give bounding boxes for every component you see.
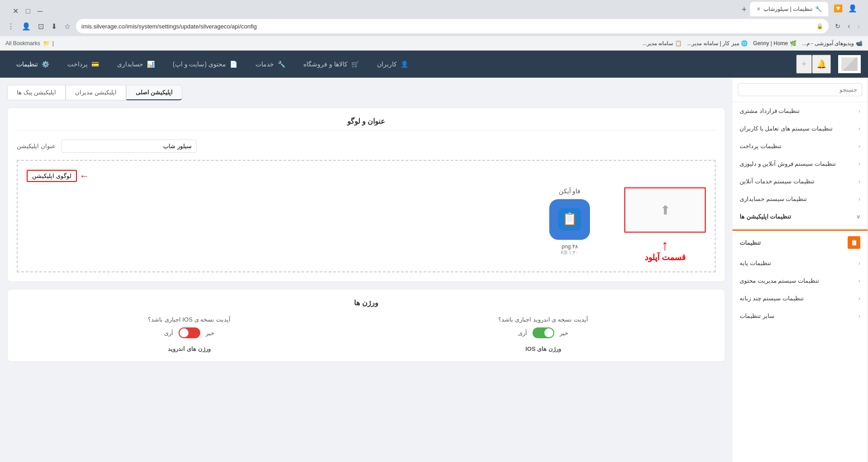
nav-bell-icon[interactable]: 🔔 <box>812 55 831 74</box>
bookmark-2-icon: 🌿 <box>790 40 797 47</box>
bookmark-1-label: ویدیوهای آموزشی - م... <box>802 40 854 47</box>
sidebar-item-online-sales-label: تنظیمات سیستم فروش آنلاین و دلیوری <box>740 160 836 167</box>
ios-version-group: آپدیت نسخه ی IOS اجباری باشد؟ خیر آری <box>17 316 362 338</box>
ios-toggle-row: خیر آری <box>17 327 362 338</box>
bookmark-3-icon: 🌐 <box>741 40 748 47</box>
ios-question: آپدیت نسخه ی IOS اجباری باشد؟ <box>17 316 362 323</box>
bookmark-4-icon: 📋 <box>675 40 682 47</box>
bookmark-star-icon[interactable]: ☆ <box>62 21 72 32</box>
sidebar-settings-header: 📋 تنظیمات <box>732 231 868 254</box>
sidebar-item-other-settings[interactable]: ‹ سایر تنظیمات <box>732 307 868 325</box>
tab-manager-app[interactable]: اپلیکیشن مدیران <box>66 85 126 100</box>
sidebar-item-multilang-label: تنظیمات سیستم چند زبانه <box>740 295 804 302</box>
android-toggle[interactable] <box>533 327 554 338</box>
nav-logo[interactable] <box>838 55 861 73</box>
app-title-label: عنوان اپلیکیشن <box>17 143 56 149</box>
accounting-icon: 📊 <box>147 61 155 68</box>
user-profile-icon[interactable]: 👤 <box>20 21 33 32</box>
nav-compass-icon[interactable]: ✦ <box>796 55 812 74</box>
android-question: آپدیت نسخه ی اندروید اجباری باشد؟ <box>371 316 716 323</box>
sidebar-section-main: ‹ تنظیمات قرارداد مشتری ‹ تنظیمات سیستم … <box>732 102 868 226</box>
ios-no-label: خیر <box>206 330 214 336</box>
sidebar-item-contracts[interactable]: ‹ تنظیمات قرارداد مشتری <box>732 102 868 120</box>
versions-grid: آپدیت نسخه ی اندروید اجباری باشد؟ خیر آر… <box>17 316 716 338</box>
sidebar-item-interactions-label: تنظیمات سیستم های تعامل با کاربران <box>740 125 833 132</box>
recent-tabs-icon[interactable]: 🔽 <box>832 3 844 14</box>
upload-icon: ⬆ <box>660 203 670 218</box>
content-icon: 📄 <box>230 61 237 68</box>
sidebar-item-accounting[interactable]: ‹ تنظیمات سیستم حسابداری <box>732 190 868 208</box>
app-title-input[interactable] <box>61 140 197 153</box>
nav-item-accounting-label: حسابداری <box>117 61 143 68</box>
sidebar-toggle-icon[interactable]: ⊡ <box>36 21 46 32</box>
nav-item-shop-label: کالاها و فروشگاه <box>303 61 348 68</box>
bookmark-3[interactable]: 🌐 میز کار | سامانه مدیر... <box>687 40 747 47</box>
nav-item-settings-label: تنظیمات <box>16 61 38 68</box>
favicon-filename: png.۴۸ <box>549 243 590 250</box>
back-btn[interactable]: ‹ <box>855 21 863 31</box>
tab-close-btn[interactable]: ✕ <box>756 6 761 12</box>
chevron-icon: ‹ <box>859 143 860 149</box>
logo-upload-box[interactable]: ⬆ <box>624 187 706 233</box>
versions-subheader: ورژن های IOS ورژن های اندروید <box>17 345 716 352</box>
nav-item-content[interactable]: 📄 محتوی (سایت و اپ) <box>164 51 246 78</box>
logo-label-box: لوگوی اپلیکیشن <box>27 170 77 182</box>
sidebar-item-content-mgmt[interactable]: ‹ تنظیمات سیستم مدیریت محتوی <box>732 272 868 289</box>
sidebar-search-input[interactable] <box>738 83 862 96</box>
sidebar-item-contracts-label: تنظیمات قرارداد مشتری <box>740 107 800 114</box>
nav-item-shop[interactable]: 🛒 کالاها و فروشگاه <box>294 51 368 78</box>
forward-btn[interactable]: › <box>845 21 853 31</box>
sidebar-item-online-sales[interactable]: ‹ تنظیمات سیستم فروش آنلاین و دلیوری <box>732 155 868 173</box>
tab-main-app-label: اپلیکیشن اصلی <box>136 89 173 96</box>
url-input[interactable] <box>81 23 814 30</box>
maximize-btn[interactable]: □ <box>24 6 32 16</box>
favicon-svg: 📋 <box>556 206 583 233</box>
sidebar-item-base-settings-label: تنظیمات پایه <box>740 260 771 266</box>
browser-chrome: 👤 🔽 🔧 تنظیمات | سیلورشاپ ✕ + ─ □ ✕ ‹ › ↻… <box>0 0 868 51</box>
app-container: 🔔 ✦ 👤 کاربران 🛒 کالاها و فروشگاه 🔧 خدمات… <box>0 51 868 462</box>
minimize-btn[interactable]: ─ <box>36 6 44 16</box>
users-icon: 👤 <box>401 61 408 68</box>
nav-item-accounting[interactable]: 📊 حسابداری <box>108 51 164 78</box>
new-tab-btn[interactable]: + <box>738 3 750 16</box>
sidebar-item-accounting-label: تنظیمات سیستم حسابداری <box>740 196 807 202</box>
nav-item-services-label: خدمات <box>255 61 274 68</box>
payment-icon: 💳 <box>91 61 99 68</box>
nav-item-users[interactable]: 👤 کاربران <box>368 51 417 78</box>
nav-item-services[interactable]: 🔧 خدمات <box>246 51 294 78</box>
chevron-icon: ‹ <box>859 161 860 167</box>
logo-dashed-area: ← لوگوی اپلیکیشن ⬆ <box>17 160 716 272</box>
bookmark-1[interactable]: 📹 ویدیوهای آموزشی - م... <box>802 40 863 47</box>
sidebar-item-payment-label: تنظیمات پرداخت <box>740 143 782 149</box>
bookmark-2[interactable]: 🌿 Genny | Home <box>753 40 797 47</box>
nav-item-payment[interactable]: 💳 پرداخت <box>58 51 108 78</box>
sidebar-item-multilang[interactable]: ‹ تنظیمات سیستم چند زبانه <box>732 289 868 307</box>
tab-main-app[interactable]: اپلیکیشن اصلی <box>126 85 183 100</box>
profile-icon[interactable]: 👤 <box>846 3 859 14</box>
sidebar-item-online-services-label: تنظیمات سیستم خدمات آنلاین <box>740 178 815 185</box>
chevron-icon: ‹ <box>859 313 860 319</box>
sidebar-item-online-services[interactable]: ‹ تنظیمات سیستم خدمات آنلاین <box>732 173 868 190</box>
nav-item-settings[interactable]: ⚙️ تنظیمات <box>7 51 58 78</box>
ios-toggle[interactable] <box>179 327 200 338</box>
sidebar-item-apps[interactable]: ∨ تنظیمات اپلیکیشن ها <box>732 208 868 225</box>
sidebar-item-base-settings[interactable]: ‹ تنظیمات پایه <box>732 254 868 272</box>
content-tabs: اپلیکیشن اصلی اپلیکیشن مدیران اپلیکیشن پ… <box>7 85 725 100</box>
menu-dots-icon[interactable]: ⋮ <box>5 21 16 32</box>
bookmark-4[interactable]: 📋 سامانه مدیر... <box>642 40 682 47</box>
active-tab[interactable]: 🔧 تنظیمات | سیلورشاپ ✕ <box>750 2 828 16</box>
favicon-image: 📋 <box>549 199 590 240</box>
lock-icon: 🔒 <box>816 23 823 29</box>
sidebar-item-interactions[interactable]: ‹ تنظیمات سیستم های تعامل با کاربران <box>732 120 868 137</box>
close-window-btn[interactable]: ✕ <box>11 6 20 16</box>
tab-delivery-app[interactable]: اپلیکیشن پیک ها <box>7 85 66 100</box>
chevron-icon: ‹ <box>859 108 860 114</box>
reload-btn[interactable]: ↻ <box>832 22 843 31</box>
android-toggle-knob <box>544 328 553 337</box>
all-bookmarks[interactable]: | 📁 All Bookmarks <box>5 40 54 47</box>
android-versions-label: ورژن های اندروید <box>17 345 362 352</box>
versions-section: ورژن ها آپدیت نسخه ی اندروید اجباری باشد… <box>7 289 725 362</box>
android-no-label: خیر <box>560 330 568 336</box>
sidebar-item-payment[interactable]: ‹ تنظیمات پرداخت <box>732 137 868 155</box>
download-icon[interactable]: ⬇ <box>49 21 59 32</box>
